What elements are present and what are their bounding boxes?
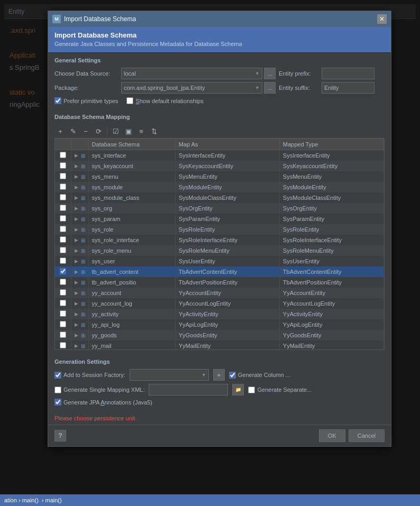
generate-column-checkbox[interactable] bbox=[229, 372, 236, 379]
ok-button[interactable]: OK bbox=[319, 429, 345, 442]
row-checkbox[interactable] bbox=[60, 300, 66, 306]
row-mapped-type: SysModuleClassEntity bbox=[279, 192, 384, 203]
row-checkbox[interactable] bbox=[60, 289, 66, 296]
row-expand-cell[interactable]: ▶⊞ bbox=[71, 288, 88, 298]
add-row-btn[interactable]: + bbox=[54, 126, 66, 136]
row-expand-cell[interactable]: ▶⊞ bbox=[71, 203, 88, 214]
row-expand-cell[interactable]: ▶⊞ bbox=[71, 150, 88, 161]
sort-btn[interactable]: ≡ bbox=[135, 126, 147, 136]
table-row[interactable]: ▶⊞sys_interfaceSysInterfaceEntitySysInte… bbox=[55, 150, 384, 161]
table-row[interactable]: ▶⊞sys_keyaccountSysKeyaccountEntitySysKe… bbox=[55, 161, 384, 171]
mapping-xml-input[interactable] bbox=[149, 384, 228, 395]
row-checkbox[interactable] bbox=[60, 152, 66, 158]
table-row[interactable]: ▶⊞yy_api_logYyApiLogEntityYyApiLogEntity bbox=[55, 319, 384, 330]
row-expand-cell[interactable]: ▶⊞ bbox=[71, 171, 88, 182]
table-row[interactable]: ▶⊞sys_menuSysMenuEntitySysMenuEntity bbox=[55, 171, 384, 182]
row-checkbox[interactable] bbox=[60, 257, 66, 264]
row-expand-cell[interactable]: ▶⊞ bbox=[71, 309, 88, 319]
data-source-browse-btn[interactable]: ... bbox=[264, 68, 276, 79]
table-row[interactable]: ▶⊞sys_userSysUserEntitySysUserEntity bbox=[55, 256, 384, 266]
table-row[interactable]: ▶⊞sys_paramSysParamEntitySysParamEntity bbox=[55, 214, 384, 224]
table-row[interactable]: ▶⊞sys_role_menuSysRoleMenuEntitySysRoleM… bbox=[55, 245, 384, 256]
row-expand-cell[interactable]: ▶⊞ bbox=[71, 235, 88, 245]
mapping-browse-btn[interactable]: 📁 bbox=[232, 384, 244, 395]
cancel-button[interactable]: Cancel bbox=[349, 429, 385, 442]
row-checkbox[interactable] bbox=[60, 173, 66, 179]
row-checkbox[interactable] bbox=[60, 321, 66, 327]
session-factory-combo[interactable]: ▼ bbox=[130, 369, 209, 381]
refresh-btn[interactable]: ⟳ bbox=[93, 126, 104, 136]
row-expand-cell[interactable]: ▶⊞ bbox=[71, 319, 88, 330]
row-checkbox[interactable] bbox=[60, 162, 66, 169]
table-row[interactable]: ▶⊞yy_mailYyMailEntityYyMailEntity bbox=[55, 341, 384, 350]
row-checkbox[interactable] bbox=[60, 247, 66, 253]
row-expand-cell[interactable]: ▶⊞ bbox=[71, 330, 88, 341]
table-row[interactable]: ▶⊞yy_goodsYyGoodsEntityYyGoodsEntity bbox=[55, 330, 384, 341]
row-expand-cell[interactable]: ▶⊞ bbox=[71, 192, 88, 203]
table-row[interactable]: ▶⊞sys_roleSysRoleEntitySysRoleEntity bbox=[55, 224, 384, 235]
row-expand-cell[interactable]: ▶⊞ bbox=[71, 224, 88, 235]
table-row[interactable]: ▶⊞sys_moduleSysModuleEntitySysModuleEnti… bbox=[55, 182, 384, 192]
edit-row-btn[interactable]: ✎ bbox=[67, 126, 79, 136]
row-checkbox[interactable] bbox=[60, 226, 66, 232]
row-checkbox[interactable] bbox=[60, 215, 66, 222]
add-session-checkbox-item[interactable]: Add to Session Factory: bbox=[54, 372, 125, 379]
table-row[interactable]: ▶⊞tb_advert_positioTbAdvertPositionEntit… bbox=[55, 277, 384, 288]
row-expand-cell[interactable]: ▶⊞ bbox=[71, 256, 88, 266]
row-expand-cell[interactable]: ▶⊞ bbox=[71, 277, 88, 288]
check-all-btn[interactable]: ☑ bbox=[110, 126, 122, 136]
table-row[interactable]: ▶⊞sys_role_interfaceSysRoleInterfaceEnti… bbox=[55, 235, 384, 245]
add-session-checkbox[interactable] bbox=[54, 372, 61, 379]
move-btn[interactable]: ⇅ bbox=[148, 126, 160, 136]
table-row[interactable]: ▶⊞yy_account_logYyAccountLogEntityYyAcco… bbox=[55, 298, 384, 309]
table-row[interactable]: ▶⊞sys_module_classSysModuleClassEntitySy… bbox=[55, 192, 384, 203]
row-expand-cell[interactable]: ▶⊞ bbox=[71, 341, 88, 350]
row-expand-cell[interactable]: ▶⊞ bbox=[71, 298, 88, 309]
row-expand-cell[interactable]: ▶⊞ bbox=[71, 182, 88, 192]
row-checkbox[interactable] bbox=[60, 183, 66, 190]
row-checkbox-cell bbox=[55, 266, 71, 277]
row-checkbox[interactable] bbox=[60, 194, 66, 200]
remove-row-btn[interactable]: − bbox=[80, 126, 92, 136]
row-checkbox[interactable] bbox=[60, 236, 66, 243]
schema-table-container[interactable]: Database Schema Map As Mapped Type ▶⊞sys… bbox=[54, 139, 385, 350]
entity-prefix-input[interactable] bbox=[322, 68, 375, 79]
row-expand-cell[interactable]: ▶⊞ bbox=[71, 161, 88, 171]
uncheck-btn[interactable]: ▣ bbox=[123, 126, 134, 136]
row-checkbox[interactable] bbox=[60, 268, 66, 274]
help-button[interactable]: ? bbox=[54, 430, 66, 441]
generate-mapping-checkbox-item[interactable]: Generate Single Mapping XML: bbox=[54, 387, 144, 393]
dialog-header-subtitle: Generate Java Classes and Persistence Me… bbox=[54, 41, 385, 47]
table-row[interactable]: ▶⊞sys_orgSysOrgEntitySysOrgEntity bbox=[55, 203, 384, 214]
generate-separate-checkbox-item[interactable]: Generate Separate... bbox=[248, 387, 312, 393]
row-schema: yy_mail bbox=[88, 341, 175, 350]
table-row[interactable]: ▶⊞yy_accountYyAccountEntityYyAccountEnti… bbox=[55, 288, 384, 298]
show-default-checkbox-item[interactable]: Show default relationships bbox=[126, 97, 203, 104]
data-source-combo[interactable]: local ▼ bbox=[121, 68, 262, 79]
table-row[interactable]: ▶⊞yy_activityYyActivityEntityYyActivityE… bbox=[55, 309, 384, 319]
entity-suffix-input[interactable] bbox=[322, 82, 375, 94]
generate-column-checkbox-item[interactable]: Generate Column ... bbox=[229, 372, 290, 379]
row-checkbox[interactable] bbox=[60, 310, 66, 317]
row-checkbox[interactable] bbox=[60, 279, 66, 285]
dialog-titlebar: M Import Database Schema ✕ bbox=[48, 11, 391, 27]
generate-jpa-checkbox[interactable] bbox=[54, 399, 61, 406]
row-mapped-type: YyAccountEntity bbox=[279, 288, 384, 298]
row-checkbox[interactable] bbox=[60, 342, 66, 348]
table-row[interactable]: ▶⊞tb_advert_contentTbAdvertContentEntity… bbox=[55, 266, 384, 277]
prefer-primitive-checkbox[interactable] bbox=[54, 97, 61, 104]
prefer-primitive-checkbox-item[interactable]: Prefer primitive types bbox=[54, 97, 118, 104]
generate-jpa-checkbox-item[interactable]: Generate JPA Annotations (Java5) bbox=[54, 399, 152, 406]
row-expand-cell[interactable]: ▶⊞ bbox=[71, 245, 88, 256]
generate-mapping-checkbox[interactable] bbox=[54, 387, 61, 393]
row-expand-cell[interactable]: ▶⊞ bbox=[71, 214, 88, 224]
close-button[interactable]: ✕ bbox=[377, 14, 387, 24]
row-checkbox[interactable] bbox=[60, 332, 66, 338]
package-browse-btn[interactable]: ... bbox=[264, 82, 276, 94]
package-combo[interactable]: com.axd.spring_boot_jpa.Entity ▼ bbox=[121, 82, 262, 94]
row-checkbox[interactable] bbox=[60, 205, 66, 211]
session-add-btn[interactable]: + bbox=[213, 369, 225, 381]
show-default-checkbox[interactable] bbox=[126, 97, 133, 104]
generate-separate-checkbox[interactable] bbox=[248, 387, 255, 393]
row-expand-cell[interactable]: ▶⊞ bbox=[71, 266, 88, 277]
